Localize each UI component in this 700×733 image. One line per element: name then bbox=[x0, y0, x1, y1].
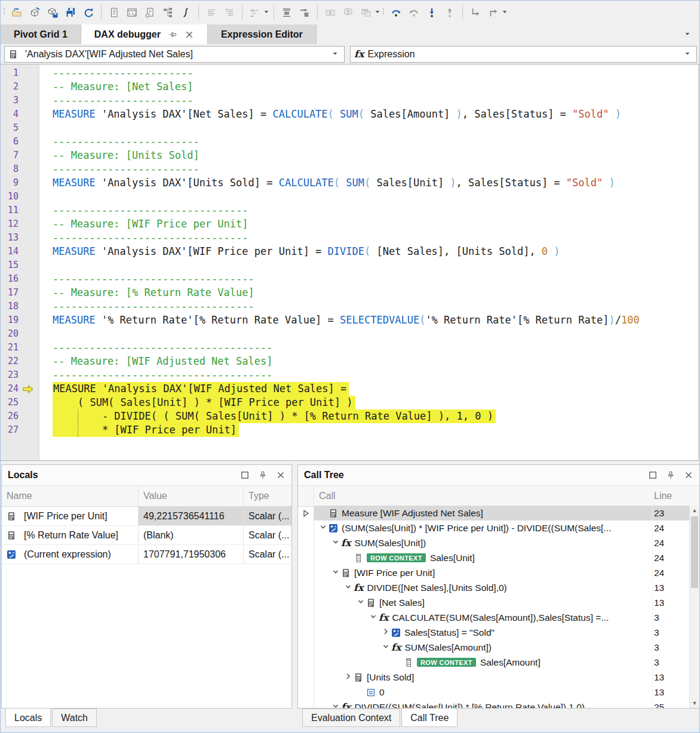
measure-selector-combobox[interactable]: 'Analysis DAX'[WIF Adjusted Net Sales] bbox=[4, 46, 345, 63]
call-tree-row[interactable]: 013 bbox=[298, 685, 689, 700]
document-tab-pivot-grid-1[interactable]: Pivot Grid 1 bbox=[1, 24, 81, 44]
step-into-block-button[interactable] bbox=[296, 4, 314, 21]
save-model-button[interactable] bbox=[44, 4, 62, 21]
chevron-down-icon[interactable] bbox=[678, 49, 696, 60]
call-tree-row[interactable]: fxDIVIDE([Net Sales],[Units Sold],0)13 bbox=[298, 580, 689, 595]
close-icon[interactable] bbox=[684, 470, 693, 480]
code-line-5[interactable]: 5 bbox=[1, 121, 698, 135]
call-tree-row[interactable]: fxDIVIDE((SUM(Sales[Unit]) * [% Return R… bbox=[298, 700, 689, 708]
expand-chevron-icon[interactable] bbox=[343, 672, 354, 683]
locals-name-cell[interactable]: [% Return Rate Value] bbox=[2, 526, 139, 544]
call-tree-row[interactable]: (SUM(Sales[Unit]) * [WIF Price per Unit]… bbox=[298, 521, 689, 535]
code-line-23[interactable]: 23------------------------------------ bbox=[1, 368, 698, 382]
code-line-19[interactable]: 19MEASURE '% Return Rate'[% Return Rate … bbox=[1, 313, 698, 327]
locals-header-value[interactable]: Value bbox=[139, 486, 244, 506]
step-out-button[interactable] bbox=[441, 4, 459, 21]
call-cell[interactable]: 0 bbox=[314, 685, 652, 700]
code-line-20[interactable]: 20 bbox=[1, 327, 698, 341]
code-line-26[interactable]: 26 - DIVIDE( ( SUM( Sales[Unit] ) * [% R… bbox=[1, 409, 698, 423]
step-over-button[interactable] bbox=[387, 4, 405, 21]
call-cell[interactable]: fxDIVIDE((SUM(Sales[Unit]) * [% Return R… bbox=[314, 700, 652, 708]
code-line-4[interactable]: 4MEASURE 'Analysis DAX'[Net Sales] = CAL… bbox=[1, 107, 698, 121]
document-tab-expression-editor[interactable]: Expression Editor bbox=[208, 24, 317, 44]
jump-next-button[interactable] bbox=[466, 4, 484, 21]
call-tree-row[interactable]: fxSUM(Sales[Amount])3 bbox=[298, 640, 689, 655]
call-cell[interactable]: Sales[Status] = "Sold" bbox=[314, 625, 652, 640]
new-script-button[interactable] bbox=[141, 4, 159, 21]
pin-icon[interactable] bbox=[168, 30, 177, 39]
code-line-7[interactable]: 7-- Measure: [Units Sold] bbox=[1, 149, 698, 162]
dock-tab-locals[interactable]: Locals bbox=[5, 709, 51, 727]
code-line-27[interactable]: 27 * [WIF Price per Unit] bbox=[1, 423, 698, 437]
call-cell[interactable]: [WIF Price per Unit] bbox=[314, 565, 652, 580]
code-line-9[interactable]: 9MEASURE 'Analysis DAX'[Units Sold] = CA… bbox=[1, 176, 698, 190]
save-all-button[interactable] bbox=[62, 4, 79, 21]
jump-prev-button[interactable] bbox=[484, 4, 502, 21]
tab-list-chevron-down-icon[interactable] bbox=[676, 29, 699, 40]
code-line-10[interactable]: 10 bbox=[1, 190, 698, 204]
scrollbar-thumb[interactable] bbox=[691, 516, 698, 588]
step-into-button[interactable] bbox=[423, 4, 441, 21]
collapse-chevron-icon[interactable] bbox=[330, 701, 341, 709]
call-tree-row[interactable]: fxSUM(Sales[Unit])24 bbox=[298, 535, 689, 550]
code-line-2[interactable]: 2-- Measure: [Net Sales] bbox=[1, 80, 698, 94]
expand-chevron-icon[interactable] bbox=[380, 627, 391, 639]
call-tree-row[interactable]: [Units Sold]13 bbox=[298, 670, 689, 685]
code-line-18[interactable]: 18--------------------------------- bbox=[1, 300, 698, 313]
code-line-21[interactable]: 21------------------------------------ bbox=[1, 341, 698, 355]
call-tree-row[interactable]: ROW CONTEXTSales[Amount]3 bbox=[298, 655, 689, 670]
locals-name-cell[interactable]: [WIF Price per Unit] bbox=[2, 507, 139, 525]
locals-value-cell[interactable]: 49,2215736541116 bbox=[139, 507, 244, 525]
dock-tab-evaluation-context[interactable]: Evaluation Context bbox=[302, 709, 400, 727]
close-icon[interactable] bbox=[276, 470, 285, 480]
call-cell[interactable]: ROW CONTEXTSales[Amount] bbox=[314, 655, 652, 670]
call-cell[interactable]: (SUM(Sales[Unit]) * [WIF Price per Unit]… bbox=[314, 521, 652, 535]
collapse-chevron-icon[interactable] bbox=[330, 567, 341, 579]
collapse-chevron-icon[interactable] bbox=[380, 642, 391, 654]
code-line-22[interactable]: 22-- Measure: [WIF Adjusted Net Sales] bbox=[1, 355, 698, 368]
locals-name-cell[interactable]: (Current expression) bbox=[2, 545, 139, 563]
expression-selector-combobox[interactable]: fx Expression bbox=[350, 46, 697, 63]
locals-row[interactable]: [% Return Rate Value](Blank)Scalar (... bbox=[2, 526, 291, 545]
call-tree-row[interactable]: [WIF Price per Unit]24 bbox=[298, 565, 689, 580]
call-tree-row[interactable]: fxCALCULATE(SUM(Sales[Amount]),Sales[Sta… bbox=[298, 610, 689, 625]
dock-tab-call-tree[interactable]: Call Tree bbox=[401, 709, 458, 727]
code-line-15[interactable]: 15 bbox=[1, 258, 698, 272]
close-icon[interactable] bbox=[185, 30, 194, 39]
maximize-icon[interactable] bbox=[648, 470, 658, 480]
maximize-icon[interactable] bbox=[240, 470, 250, 480]
collapse-chevron-icon[interactable] bbox=[330, 537, 341, 549]
call-cell[interactable]: ROW CONTEXTSales[Unit] bbox=[314, 550, 652, 565]
code-line-13[interactable]: 13-------------------------------- bbox=[1, 231, 698, 245]
code-line-8[interactable]: 8------------------------ bbox=[1, 162, 698, 176]
code-line-12[interactable]: 12-- Measure: [WIF Price per Unit] bbox=[1, 217, 698, 231]
code-line-11[interactable]: 11-------------------------------- bbox=[1, 204, 698, 217]
chevron-down-icon[interactable] bbox=[326, 49, 344, 60]
locals-value-cell[interactable]: (Blank) bbox=[139, 526, 244, 544]
code-line-24[interactable]: 24MEASURE 'Analysis DAX'[WIF Adjusted Ne… bbox=[1, 382, 698, 396]
locals-type-cell[interactable]: Scalar (... bbox=[244, 526, 291, 544]
process-model-button[interactable] bbox=[26, 4, 44, 21]
dock-tab-watch[interactable]: Watch bbox=[52, 709, 97, 727]
open-file-button[interactable] bbox=[8, 4, 26, 21]
call-cell[interactable]: fxDIVIDE([Net Sales],[Units Sold],0) bbox=[314, 580, 652, 595]
locals-type-cell[interactable]: Scalar (... bbox=[244, 507, 291, 525]
script-window-button[interactable] bbox=[123, 4, 141, 21]
pin-icon[interactable] bbox=[666, 470, 676, 480]
chevron-down-icon[interactable] bbox=[263, 8, 270, 17]
code-line-14[interactable]: 14MEASURE 'Analysis DAX'[WIF Price per U… bbox=[1, 245, 698, 258]
locals-row[interactable]: (Current expression)1707791,71950306Scal… bbox=[2, 545, 291, 564]
step-back-button[interactable] bbox=[405, 4, 423, 21]
code-line-6[interactable]: 6------------------------ bbox=[1, 135, 698, 149]
scroll-down-icon[interactable]: ▼ bbox=[690, 698, 699, 708]
locals-header-type[interactable]: Type bbox=[244, 486, 291, 506]
collapse-chevron-icon[interactable] bbox=[368, 612, 379, 624]
code-line-17[interactable]: 17-- Measure: [% Return Rate Value] bbox=[1, 286, 698, 300]
call-tree-row[interactable]: ROW CONTEXTSales[Unit]24 bbox=[298, 550, 689, 565]
refresh-button[interactable] bbox=[79, 4, 97, 21]
call-tree-row[interactable]: Sales[Status] = "Sold"3 bbox=[298, 625, 689, 640]
call-cell[interactable]: [Units Sold] bbox=[314, 670, 652, 685]
call-tree-row[interactable]: [Net Sales]13 bbox=[298, 595, 689, 610]
code-line-25[interactable]: 25 ( SUM( Sales[Unit] ) * [WIF Price per… bbox=[1, 396, 698, 409]
new-document-button[interactable] bbox=[105, 4, 123, 21]
